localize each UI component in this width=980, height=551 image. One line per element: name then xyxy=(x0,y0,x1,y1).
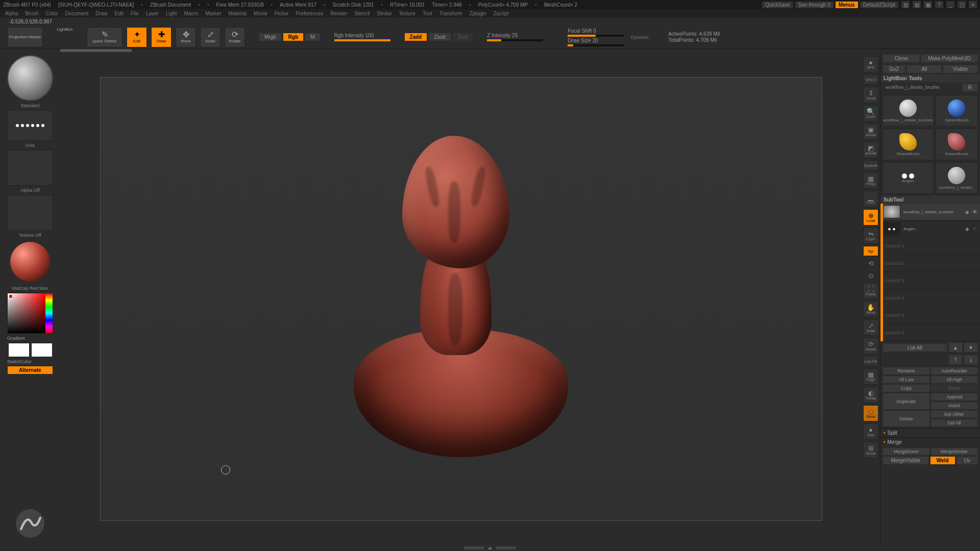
paste-button[interactable]: Paste xyxy=(931,385,977,392)
secondary-color-swatch[interactable] xyxy=(31,343,53,357)
menu-material[interactable]: Material xyxy=(229,11,247,16)
switch-color-button[interactable]: SwitchColor xyxy=(7,359,32,364)
move-bottom-button[interactable]: ⤓ xyxy=(964,355,977,364)
clone-button[interactable]: Clone xyxy=(883,55,919,62)
tool-item-eraserbrush[interactable]: EraserBrush xyxy=(936,129,978,160)
brush-thumbnail[interactable] xyxy=(7,55,53,101)
stroke-thumbnail[interactable] xyxy=(7,110,53,141)
del-all-button[interactable]: Del All xyxy=(931,419,977,427)
menu-zplugin[interactable]: Zplugin xyxy=(470,11,486,16)
menu-edit[interactable]: Edit xyxy=(115,11,124,16)
tool-item-augen[interactable]: Augen xyxy=(883,162,934,194)
aahalf-button[interactable]: ◩AAHalf xyxy=(863,142,878,158)
list-all-button[interactable]: List All xyxy=(883,344,947,352)
menu-macro[interactable]: Macro xyxy=(184,11,199,16)
zoom-button[interactable]: 🔍Zoom xyxy=(863,105,878,121)
projection-master-button[interactable]: Projection Master xyxy=(7,27,43,47)
edit-mode-button[interactable]: ✦Edit xyxy=(127,27,147,47)
nav-scale-button[interactable]: ⤢Scale xyxy=(863,319,878,336)
tool-item-simplebrush[interactable]: SimpleBrush xyxy=(883,129,934,160)
scale-mode-button[interactable]: ⤢Scale xyxy=(200,27,220,47)
win-layout2-button[interactable]: ▤ xyxy=(913,1,921,8)
menu-render[interactable]: Render xyxy=(331,11,348,16)
maximize-button[interactable]: ▢ xyxy=(958,1,966,8)
menu-zscript[interactable]: Zscript xyxy=(493,11,508,16)
eye-icon[interactable]: 👁 xyxy=(972,209,977,215)
rename-button[interactable]: Rename xyxy=(883,367,929,374)
brush-mode-icon[interactable]: ◈ xyxy=(965,209,969,215)
bottom-scroll-left[interactable] xyxy=(464,546,484,549)
bottom-expand-icon[interactable] xyxy=(487,546,493,549)
shelf-scrollbar[interactable] xyxy=(60,49,132,52)
alternate-button[interactable]: Alternate xyxy=(8,366,53,374)
rgb-toggle[interactable]: Rgb xyxy=(283,33,303,41)
nav-move-button[interactable]: ✋Move xyxy=(863,301,878,317)
seethrough-slider[interactable]: See-through 0 xyxy=(795,2,834,8)
viewport[interactable] xyxy=(100,77,822,521)
menu-color[interactable]: Color xyxy=(46,11,58,16)
alpha-thumbnail[interactable] xyxy=(7,150,53,186)
mergesimilar-button[interactable]: MergeSimilar xyxy=(931,448,977,455)
m-toggle[interactable]: M xyxy=(305,33,320,41)
color-picker[interactable] xyxy=(7,293,53,334)
frame-button[interactable]: ⛶Frame xyxy=(863,283,878,299)
weld-toggle[interactable]: Weld xyxy=(930,457,955,464)
win-layout3-button[interactable]: ▦ xyxy=(924,1,932,8)
bpr-button[interactable]: ●BPR xyxy=(863,56,878,72)
material-thumbnail[interactable] xyxy=(10,242,50,282)
menu-brush[interactable]: Brush xyxy=(26,11,39,16)
menu-marker[interactable]: Marker xyxy=(205,11,221,16)
dynamic-toggle[interactable]: Dynamic xyxy=(863,160,878,170)
actual-button[interactable]: ▣Actual xyxy=(863,123,878,140)
mergedown-button[interactable]: MergeDown xyxy=(883,448,929,455)
spix-display[interactable]: SPix 3 xyxy=(863,74,878,85)
ghost-button[interactable]: ◌Ghost xyxy=(863,405,878,421)
nav-zoom-icon[interactable]: ⊙ xyxy=(863,270,878,281)
lsym-button[interactable]: ⇋LSym xyxy=(863,228,878,244)
z-intensity-slider[interactable] xyxy=(487,39,543,41)
tool-item-spherebrush[interactable]: SphereBrush xyxy=(936,95,978,127)
split-section[interactable]: Split xyxy=(880,428,980,437)
gradient-label[interactable]: Gradient xyxy=(7,336,25,341)
subtool-item-1[interactable]: ● ● Augen ◈ 👁 xyxy=(880,220,980,237)
menus-toggle[interactable]: Menus xyxy=(836,2,858,8)
lightbox-button[interactable]: LightBox xyxy=(47,27,83,47)
floor-button[interactable]: ▁Floor xyxy=(863,191,878,207)
goz-all-button[interactable]: All xyxy=(907,65,941,73)
tool-item-workflow-brushes[interactable]: workflow_i_details_brushes xyxy=(883,95,934,127)
insert-button[interactable]: Insert xyxy=(931,402,977,409)
linefill-button[interactable]: Line Fill xyxy=(863,356,878,366)
append-button[interactable]: Append xyxy=(931,393,977,400)
nav-rotate-button[interactable]: ⟳Rotate xyxy=(863,338,878,354)
make-polymesh-button[interactable]: Make PolyMesh3D xyxy=(921,55,977,62)
move-top-button[interactable]: ⤒ xyxy=(949,355,962,364)
menu-document[interactable]: Document xyxy=(65,11,89,16)
del-other-button[interactable]: Del Other xyxy=(931,411,977,418)
scroll-button[interactable]: ⇕Scroll xyxy=(863,87,878,103)
menu-picker[interactable]: Picker xyxy=(275,11,289,16)
menu-draw[interactable]: Draw xyxy=(95,11,107,16)
xpose-button[interactable]: ⊞Xpose xyxy=(863,442,878,458)
goz-button[interactable]: GoZ xyxy=(883,65,905,73)
nav-rotate-icon[interactable]: ⟲ xyxy=(863,258,878,268)
autoreorder-button[interactable]: AutoReorder xyxy=(931,367,977,374)
zsub-toggle[interactable]: Zsub xyxy=(429,33,450,41)
subtool-header[interactable]: SubTool xyxy=(880,196,980,204)
menu-texture[interactable]: Texture xyxy=(399,11,415,16)
menu-tool[interactable]: Tool xyxy=(423,11,432,16)
mrgb-toggle[interactable]: Mrgb xyxy=(259,33,281,41)
copy-button[interactable]: Copy xyxy=(883,385,929,392)
bottom-scroll-right[interactable] xyxy=(496,546,516,549)
menu-movie[interactable]: Movie xyxy=(254,11,267,16)
close-button[interactable]: ✕ xyxy=(969,1,977,8)
local-button[interactable]: ⊕Local xyxy=(863,209,878,226)
delete-button[interactable]: Delete xyxy=(883,411,929,427)
move-down-button[interactable]: ▼ xyxy=(964,343,977,352)
zadd-toggle[interactable]: Zadd xyxy=(405,33,427,41)
help-icon[interactable]: ? xyxy=(935,1,943,8)
menu-file[interactable]: File xyxy=(131,11,139,16)
menu-alpha[interactable]: Alpha xyxy=(5,11,18,16)
quicksketch-button[interactable]: ✎Quick Sketch xyxy=(87,27,122,47)
rgb-intensity-slider[interactable] xyxy=(334,39,390,41)
eye-icon[interactable]: 👁 xyxy=(972,226,977,232)
